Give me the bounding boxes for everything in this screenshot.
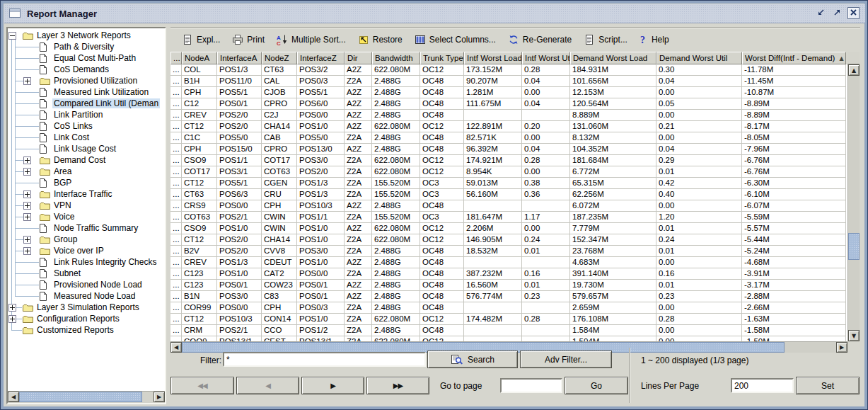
tree-item-subnet[interactable]: Subnet [8, 268, 165, 279]
expand-icon[interactable] [8, 304, 16, 312]
scroll-down-arrow-icon[interactable]: ▼ [848, 330, 860, 341]
toolbar-button-print[interactable]: Print [229, 33, 267, 47]
first-page-button[interactable]: ◀◀ [170, 377, 234, 394]
tree-item-path-diversity[interactable]: Path & Diversity [8, 41, 165, 52]
column-header-intf-worst-util[interactable]: Intf Worst Util [522, 52, 570, 64]
expand-icon[interactable] [23, 77, 31, 85]
table-row[interactable]: ...CPHPOS5/1CJOBPOS5/1A2Z2.488GOC481.281… [170, 87, 847, 98]
tree-horizontal-scrollbar[interactable]: ◀ ▶ [8, 391, 165, 403]
table-row[interactable]: ...CT12POS10/3CON14POS1/0Z2A622.080MOC12… [170, 314, 847, 325]
tree-item-measured-node-load[interactable]: Measured Node Load [8, 290, 165, 302]
go-button[interactable]: Go [565, 377, 628, 394]
tree-item-node-traffic-summary[interactable]: Node Traffic Summary [8, 222, 165, 234]
expand-icon[interactable] [23, 236, 31, 244]
iconify-button[interactable] [815, 7, 827, 19]
table-row[interactable]: ...CREVPOS1/3CDEUTPOS1/0A2Z2.488GOC484.6… [170, 257, 847, 268]
table-row[interactable]: ...C1CPOS5/0CABPOS5/0Z2A2.488GOC4882.571… [170, 132, 847, 144]
tree-item-demand-cost[interactable]: Demand Cost [8, 154, 165, 166]
tree-scrollbar-thumb[interactable] [19, 392, 142, 402]
toolbar-button-select-columns[interactable]: Select Columns... [412, 33, 499, 47]
toolbar-button-help[interactable]: ?Help [637, 33, 672, 47]
table-row[interactable]: ...CPHPOS15/0CPROPOS13/0A2Z2.488GOC4896.… [170, 144, 847, 155]
tree-item-cos-demands[interactable]: CoS Demands [8, 64, 165, 75]
toolbar-button-multiple-sort[interactable]: ACMultiple Sort... [274, 33, 349, 47]
tree-item-area[interactable]: Area [8, 166, 165, 177]
close-button[interactable] [847, 7, 860, 19]
table-row[interactable]: ...CT12POS2/0CHA14POS1/0A2Z622.080MOC121… [170, 121, 847, 132]
expand-icon[interactable] [23, 247, 31, 255]
prev-page-button[interactable]: ◀ [236, 377, 299, 394]
toolbar-button-re-generate[interactable]: Re-Generate [505, 33, 574, 47]
table-row[interactable]: ...CRMPOS2/1CCOPOS1/2Z2A2.488GOC481.584M… [170, 325, 847, 336]
table-row[interactable]: ...B1NPOS3/0C83POS0/1A2Z2.488GOC48576.77… [170, 291, 847, 302]
scroll-right-arrow-icon[interactable]: ▶ [154, 392, 165, 402]
tree-item-link-partition[interactable]: Link Partition [8, 109, 165, 120]
expand-icon[interactable] [23, 202, 31, 210]
toolbar-button-script[interactable]: Script... [581, 33, 630, 47]
expand-icon[interactable] [23, 156, 31, 164]
tree-item-link-rules-integrity-checks[interactable]: Link Rules Integrity Checks [8, 256, 165, 268]
tree-item-voice[interactable]: Voice [8, 211, 165, 222]
tree-item-bgp[interactable]: BGP [8, 177, 165, 188]
tree-item-customized-reports[interactable]: Customized Reports [8, 324, 165, 336]
table-row[interactable]: ...C123POS0/1COW23POS0/1A2Z2.488GOC4816.… [170, 280, 847, 291]
column-header-demand-worst-util[interactable]: Demand Worst Util [656, 52, 742, 64]
tree-item-cos-links[interactable]: CoS Links [8, 120, 165, 132]
tree-item-link-cost[interactable]: Link Cost [8, 132, 165, 143]
tree-item-compared-link-util-deman[interactable]: Compared Link Util (Deman [8, 98, 165, 109]
adv-filter-button[interactable]: Adv Filter... [520, 351, 612, 368]
column-header-interfacea[interactable]: InterfaceA [217, 52, 262, 64]
expand-icon[interactable] [23, 190, 31, 198]
table-row[interactable]: ...CSO9POS1/0CWINPOS1/0A2Z622.080MOC122.… [170, 223, 847, 234]
table-row[interactable]: ...COT63POS2/1CWINPOS1/1Z2A155.520MOC318… [170, 212, 847, 223]
tree-item-layer-3-network-reports[interactable]: Layer 3 Network Reports [8, 30, 165, 41]
scroll-left-arrow-icon[interactable]: ◀ [170, 342, 182, 353]
expand-icon[interactable] [23, 213, 31, 221]
tree-item-configuration-reports[interactable]: Configuration Reports [8, 313, 165, 324]
collapse-icon[interactable] [8, 32, 16, 40]
table-vertical-scrollbar[interactable]: ▲ ▼ [847, 64, 860, 341]
table-row[interactable]: ...C12POS0/1CPROPOS6/0A2Z2.488GOC48111.6… [170, 98, 847, 110]
table-row[interactable]: ...B1HPOS11/0CALPOS0/3Z2A2.488GOC4890.20… [170, 76, 847, 87]
table-row[interactable]: ...CSO9POS1/1COT17POS3/0Z2A622.080MOC121… [170, 155, 847, 166]
tree-item-link-usage-cost[interactable]: Link Usage Cost [8, 143, 165, 154]
table-row[interactable]: ...CT12POS5/1CGENPOS1/3Z2A155.520MOC359.… [170, 178, 847, 189]
search-button[interactable]: Search [427, 351, 518, 368]
last-page-button[interactable]: ▶▶ [366, 377, 429, 394]
tree-item-voice-over-ip[interactable]: Voice over IP [8, 245, 165, 256]
scroll-up-arrow-icon[interactable]: ▲ [848, 64, 860, 76]
next-page-button[interactable]: ▶ [301, 377, 364, 394]
column-header-trunk-type[interactable]: Trunk Type [420, 52, 464, 64]
lines-per-page-input[interactable] [731, 378, 794, 393]
maximize-button[interactable] [831, 7, 843, 19]
column-header-nodea[interactable]: NodeA [182, 52, 217, 64]
table-row[interactable]: ...COT17POS3/1COT63POS2/0Z2A622.080MOC12… [170, 166, 847, 178]
tree-item-provisioned-utilization[interactable]: Provisioned Utilization [8, 75, 165, 86]
titlebar[interactable]: Report Manager [4, 4, 865, 23]
column-header-interfacez[interactable]: InterfaceZ [297, 52, 345, 64]
table-row[interactable]: ...CREVPOS2/0C2JPOS0/0A2Z2.488GOC488.889… [170, 110, 847, 121]
column-header-dir[interactable]: Dir [345, 52, 372, 64]
filter-input[interactable] [223, 352, 426, 367]
column-header-worst-diff-intf-demand[interactable]: Worst Diff(Intf - Demand)▲ [742, 52, 846, 64]
scroll-left-arrow-icon[interactable]: ◀ [8, 392, 19, 402]
table-row[interactable]: ...CT12POS2/0CHA14POS1/0Z2A622.080MOC121… [170, 234, 847, 246]
set-button[interactable]: Set [796, 377, 860, 394]
tree-item-group[interactable]: Group [8, 234, 165, 245]
table-vscrollbar-thumb[interactable] [848, 233, 860, 260]
table-row[interactable]: ...COO9POS13/1CESTPOS13/1Z2A622.080MOC12… [170, 336, 847, 341]
table-row[interactable]: ...C123POS1/0CAT2POS0/0Z2A2.488GOC48387.… [170, 268, 847, 280]
tree-item-provisioned-node-load[interactable]: Provisioned Node Load [8, 279, 165, 290]
expand-icon[interactable] [8, 315, 16, 323]
table-row[interactable]: ...COR99POS0/0CPHPOS0/3Z2A2.488GOC482.65… [170, 302, 847, 314]
column-header-bandwidth[interactable]: Bandwidth [372, 52, 420, 64]
expand-icon[interactable] [23, 168, 31, 176]
tree-item-layer-3-simulation-reports[interactable]: Layer 3 Simulation Reports [8, 302, 165, 313]
column-header-row-menu[interactable]: ... [170, 52, 182, 64]
page-input[interactable] [500, 378, 562, 393]
tree-item-interface-traffic[interactable]: Interface Traffic [8, 188, 165, 200]
tree-item-vpn[interactable]: VPN [8, 200, 165, 211]
column-header-demand-worst-load[interactable]: Demand Worst Load [570, 52, 656, 64]
table-row[interactable]: ...B2VPOS2/0CVV8POS3/0Z2A2.488GOC4818.53… [170, 246, 847, 257]
tree-item-measured-link-utilization[interactable]: Measured Link Utilization [8, 86, 165, 98]
